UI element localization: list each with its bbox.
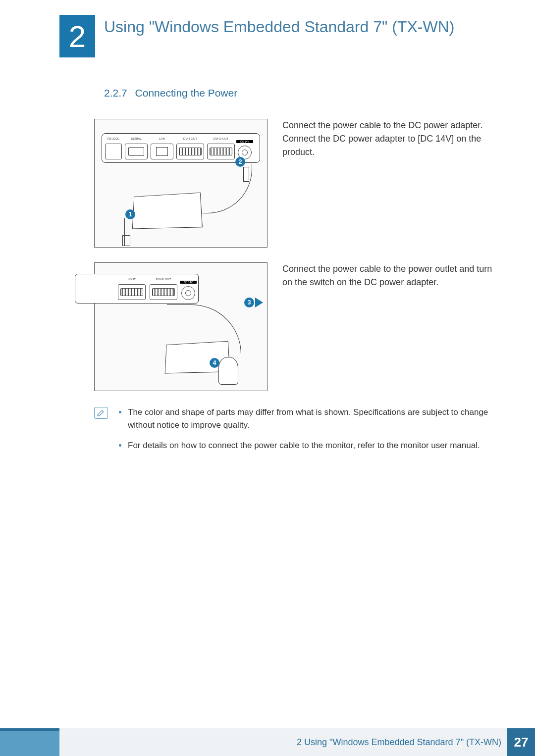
callout-1: 1 <box>125 209 135 219</box>
step-1-row: RS-232C SERIAL LAN DVI-I OUT DVI-D OUT D… <box>94 119 495 248</box>
port-label: DC 14V <box>236 140 253 143</box>
callout-3: 3 <box>244 298 254 307</box>
port-label: DC 14V <box>180 281 197 284</box>
chapter-title: Using "Windows Embedded Standard 7" (TX-… <box>104 15 454 38</box>
port-label: DVI-D OUT <box>208 137 234 140</box>
port-label: DVI-D OUT <box>150 278 177 281</box>
footer-accent <box>0 728 59 756</box>
page-number: 27 <box>507 728 535 756</box>
port-label: SERIAL <box>125 137 147 140</box>
figure-1: RS-232C SERIAL LAN DVI-I OUT DVI-D OUT D… <box>94 119 268 248</box>
note-list: The color and shape of parts may differ … <box>117 406 495 459</box>
chapter-number-badge: 2 <box>59 15 95 57</box>
section-heading: 2.2.7 Connecting the Power <box>104 87 495 99</box>
port-dvi-i: DVI-I OUT <box>176 144 204 159</box>
port-lan: LAN <box>151 144 173 159</box>
section-title: Connecting the Power <box>135 87 238 99</box>
chapter-header: 2 Using "Windows Embedded Standard 7" (T… <box>59 15 495 57</box>
port-label: DVI-I OUT <box>177 137 204 140</box>
port-dvi-d: DVI-D OUT <box>207 144 235 159</box>
dc-adapter-icon <box>132 193 203 229</box>
port-label: LAN <box>151 137 173 140</box>
section-number: 2.2.7 <box>104 87 127 99</box>
callout-4: 4 <box>210 358 219 368</box>
port-panel-partial: I OUT DVI-D OUT DC 14V <box>75 274 199 303</box>
page: 2 Using "Windows Embedded Standard 7" (T… <box>0 0 535 756</box>
footer-main: 2 Using "Windows Embedded Standard 7" (T… <box>59 728 535 756</box>
step-1-text: Connect the power cable to the DC power … <box>282 119 495 248</box>
pencil-note-icon <box>97 409 105 416</box>
port-label: RS-232C <box>106 137 121 140</box>
note-icon <box>94 407 108 419</box>
note-item: For details on how to connect the power … <box>117 439 495 452</box>
port-rs232: RS-232C <box>105 144 122 159</box>
port-dvi-d: DVI-D OUT <box>150 284 177 300</box>
power-cable-icon <box>124 218 135 246</box>
hand-icon <box>218 357 238 385</box>
dc-plug-icon <box>243 167 249 182</box>
figure-2: I OUT DVI-D OUT DC 14V 3 4 <box>94 262 268 391</box>
footer-text: 2 Using "Windows Embedded Standard 7" (T… <box>297 737 507 748</box>
step-2-row: I OUT DVI-D OUT DC 14V 3 4 Connect the p… <box>94 262 495 391</box>
port-serial: SERIAL <box>125 144 148 159</box>
port-dvi-i: I OUT <box>118 284 146 300</box>
note-block: The color and shape of parts may differ … <box>94 406 495 459</box>
page-footer: 2 Using "Windows Embedded Standard 7" (T… <box>0 728 535 756</box>
note-item: The color and shape of parts may differ … <box>117 406 495 432</box>
port-dc14v: DC 14V <box>181 286 195 300</box>
callout-2: 2 <box>235 157 245 167</box>
arrow-right-icon <box>255 298 263 307</box>
step-2-text: Connect the power cable to the power out… <box>282 262 495 391</box>
port-label: I OUT <box>118 278 145 281</box>
